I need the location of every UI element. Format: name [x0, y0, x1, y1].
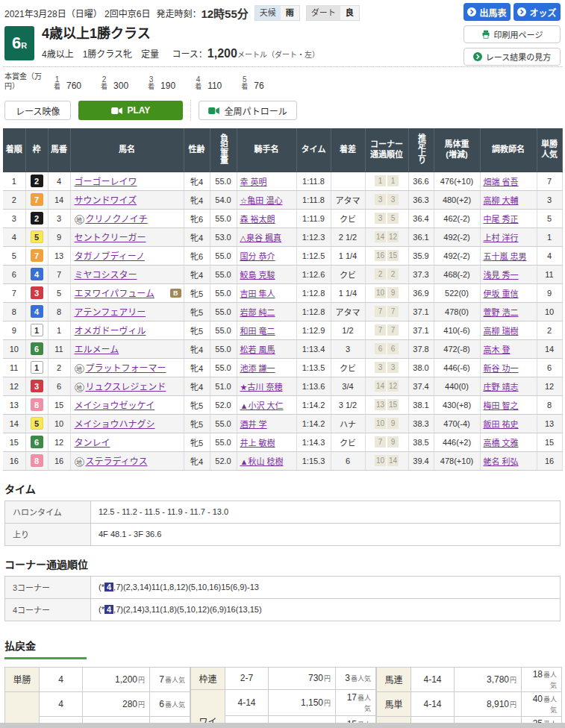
corner-position: 15: [387, 399, 399, 410]
jockey-link[interactable]: ☆亀田 温心: [240, 196, 283, 205]
horse-name-link[interactable]: メイショウハナグシ: [75, 419, 155, 430]
sex-age-cell: 牝6: [184, 209, 210, 228]
payout-row: 馬単4-148,910円40番人気: [377, 691, 562, 716]
jockey-link[interactable]: 森 裕太朗: [240, 215, 275, 224]
sex-age-cell: 牝6: [184, 246, 210, 265]
finish-position-cell: 10: [3, 339, 25, 358]
trainer-link[interactable]: 庄野 靖志: [484, 383, 519, 392]
popularity-cell: 1: [537, 228, 562, 246]
patrol-video-button[interactable]: 全周パトロール: [199, 101, 296, 120]
margin-cell: 2 1/2: [331, 228, 365, 246]
last-3f-cell: 36.4: [408, 209, 434, 228]
corner-position: 2: [375, 269, 386, 280]
trainer-link[interactable]: 新谷 功一: [484, 364, 519, 373]
trainer-link[interactable]: 飯田 祐史: [484, 420, 519, 429]
horse-number-cell: 1: [48, 321, 70, 339]
popularity-cell: 4: [537, 246, 562, 265]
finish-position-cell: 15: [3, 433, 25, 451]
corner-position: 9: [387, 287, 399, 298]
odds-button[interactable]: オッズ: [514, 3, 561, 21]
table-row: 14510メイショウハナグシ牝555.0酒井 学1:14.2ハナ10938.34…: [3, 414, 562, 433]
time-cell: 1:12.6: [296, 265, 331, 283]
shutsuba-button[interactable]: 出馬表: [463, 3, 511, 21]
header-action-buttons: 出馬表 オッズ 印刷用ページ レース結果の見方: [463, 3, 561, 66]
corner-position: 16: [375, 250, 386, 261]
horse-name-link[interactable]: タガノブディーノ: [75, 251, 145, 262]
horse-name-link[interactable]: メイショウゼッケイ: [75, 401, 155, 411]
jockey-link[interactable]: 岩部 純二: [240, 308, 275, 317]
horse-name-link[interactable]: タンレイ: [75, 438, 110, 448]
jockey-link[interactable]: ▲小沢 大仁: [240, 401, 284, 410]
trainer-link[interactable]: 高柳 瑞樹: [484, 327, 519, 336]
jockey-cell: ▲小沢 大仁: [237, 395, 296, 414]
trainer-link[interactable]: 中尾 秀正: [484, 215, 519, 224]
finish-position-cell: 11: [3, 358, 25, 377]
trainer-link[interactable]: 萱野 浩二: [484, 308, 519, 317]
time-cell: 1:11.8: [296, 190, 331, 209]
jockey-cell: ▲秋山 稔樹: [237, 451, 296, 470]
jockey-link[interactable]: 国分 恭介: [240, 252, 275, 261]
horse-name-link[interactable]: ステラディウス: [86, 456, 148, 467]
trainer-link[interactable]: 上村 洋行: [484, 233, 519, 242]
trainer-link[interactable]: 畑端 省吾: [484, 178, 519, 186]
horse-name-link[interactable]: リュクスレジェンド: [86, 382, 166, 392]
col-jockey: 騎手名: [237, 128, 296, 172]
jockey-link[interactable]: 井上 敏樹: [240, 439, 275, 448]
print-page-button[interactable]: 印刷用ページ: [463, 25, 561, 43]
popularity-cell: 9: [537, 283, 562, 302]
col-sex-age: 性齢: [184, 128, 210, 172]
prize-rank: 1着: [54, 75, 60, 91]
trainer-link[interactable]: 蛯名 利弘: [484, 457, 519, 466]
load-weight-cell: 55.0: [210, 302, 237, 321]
trainer-link[interactable]: 高木 登: [484, 345, 511, 354]
horse-weight-cell: 492(-2): [434, 228, 480, 246]
trainer-link[interactable]: 梅田 智之: [484, 401, 519, 410]
jockey-link[interactable]: 松若 風馬: [240, 345, 275, 354]
race-video-button[interactable]: レース映像: [4, 101, 71, 120]
start-time-value: 12時55分: [201, 5, 248, 21]
video-button-row: レース映像 PLAY 全周パトロール: [4, 100, 561, 121]
jockey-link[interactable]: 和田 竜二: [240, 327, 275, 336]
trainer-link[interactable]: 伊坂 重信: [484, 289, 519, 298]
payout-popularity: 7番人気: [150, 667, 190, 691]
time-row: ハロンタイム12.5 - 11.2 - 11.5 - 11.9 - 11.7 -…: [5, 501, 561, 523]
jockey-cell: 和田 竜二: [237, 321, 296, 339]
horse-name-link[interactable]: エヌワイパフューム: [75, 289, 154, 299]
horse-name-link[interactable]: オメガドーヴィル: [75, 326, 146, 336]
prize-value: 760: [66, 81, 81, 91]
play-button[interactable]: PLAY: [78, 101, 183, 120]
result-guide-button[interactable]: レース結果の見方: [463, 48, 561, 66]
jockey-link[interactable]: ★古川 奈穂: [240, 383, 283, 392]
trainer-link[interactable]: 五十嵐 忠男: [484, 252, 527, 261]
table-row: 848アテンフェアリー牝555.0岩部 純二1:12.8アタマ7737.1478…: [3, 302, 562, 321]
horse-name-link[interactable]: ミヤコシスター: [75, 270, 137, 280]
horse-name-link[interactable]: サウンドワイズ: [75, 195, 137, 206]
jockey-link[interactable]: 幸 英明: [240, 178, 267, 186]
horse-name-link[interactable]: プラットフォーマー: [86, 363, 166, 374]
jockey-link[interactable]: 吉田 隼人: [240, 289, 275, 298]
corner-position: 2: [387, 269, 399, 280]
horse-name-link[interactable]: エルメーム: [75, 345, 119, 355]
jockey-link[interactable]: 池添 謙一: [240, 364, 275, 373]
corner-row: 3コーナー(*4,7)(2,3,14)11(1,8,12)(5,10,16)15…: [5, 576, 561, 598]
jockey-link[interactable]: △泉谷 楓真: [240, 233, 282, 242]
time-table: ハロンタイム12.5 - 11.2 - 11.5 - 11.9 - 11.7 -…: [4, 501, 561, 546]
horse-name-link[interactable]: ゴーゴーレイワ: [75, 177, 137, 187]
corner-row-value: (*4,7)(2,14)3,11(1,8)(5,10,12)(6,9)16(13…: [91, 598, 561, 621]
jockey-cell: 鮫島 克駿: [237, 265, 296, 283]
jockey-link[interactable]: 鮫島 克駿: [240, 271, 275, 280]
trainer-link[interactable]: 浅見 秀一: [484, 271, 519, 280]
blinkers-badge: B: [170, 289, 181, 298]
horse-name-link[interactable]: アテンフェアリー: [75, 307, 146, 318]
trainer-link[interactable]: 高橋 文雅: [484, 439, 519, 448]
sex-age-cell: 牝4: [184, 358, 210, 377]
trainer-link[interactable]: 高柳 大輔: [484, 196, 519, 205]
popularity-cell: 14: [537, 339, 562, 358]
sex-age-cell: 牝5: [184, 433, 210, 451]
horse-name-link[interactable]: クリノクノイチ: [86, 214, 148, 225]
jockey-link[interactable]: 酒井 学: [240, 420, 267, 429]
horse-name-link[interactable]: セントクリーガー: [75, 233, 146, 243]
last-3f-cell: 39.4: [408, 451, 434, 470]
payout-popularity: 40番人気: [522, 691, 562, 716]
jockey-link[interactable]: ▲秋山 稔樹: [240, 457, 284, 466]
